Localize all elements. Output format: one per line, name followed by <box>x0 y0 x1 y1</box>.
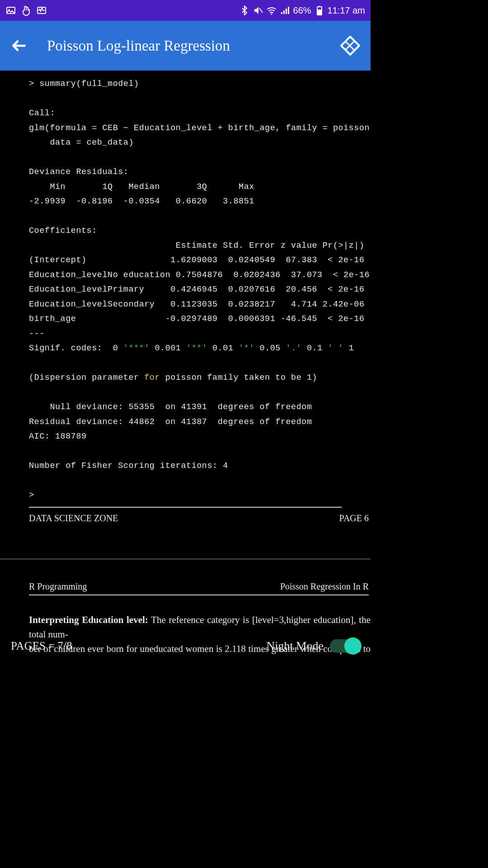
svg-point-4 <box>271 14 272 15</box>
page7-header: R Programming Poisson Regression In R <box>0 560 371 594</box>
arrow-left-icon <box>10 37 28 54</box>
header-right: Poisson Regression In R <box>280 581 369 592</box>
page6-footer: DATA SCIENCE ZONE PAGE 6 <box>0 508 371 524</box>
page-title: Poisson Log-linear Regression <box>47 38 230 54</box>
activity-icon <box>36 5 47 16</box>
signal-icon <box>280 5 291 16</box>
mute-icon <box>253 5 263 16</box>
r-output-block: > summary(full_model) Call: glm(formula … <box>0 77 371 503</box>
app-bar: Poisson Log-linear Regression <box>0 21 371 71</box>
hand-icon <box>21 5 32 16</box>
status-right-group: 66% 11:17 am <box>239 5 365 16</box>
battery-pct: 66% <box>293 5 311 16</box>
rotate-icon <box>339 35 361 57</box>
body-paragraph: Interpreting Education level: The refere… <box>0 595 371 657</box>
svg-rect-6 <box>319 6 320 7</box>
page-break <box>0 532 371 560</box>
para-bold: Interpreting Education level: <box>29 614 148 625</box>
footer-left: DATA SCIENCE ZONE <box>29 513 118 524</box>
bluetooth-icon <box>239 5 250 16</box>
document-viewport[interactable]: > summary(full_model) Call: glm(formula … <box>0 71 371 656</box>
status-left-icons <box>5 5 47 16</box>
toggle-knob <box>344 637 361 655</box>
night-mode-toggle[interactable] <box>330 639 360 653</box>
rotate-button[interactable] <box>339 34 361 57</box>
clock-text: 11:17 am <box>328 5 365 16</box>
footer-right: PAGE 6 <box>339 513 369 524</box>
picture-icon <box>5 5 16 16</box>
svg-rect-7 <box>318 9 321 14</box>
back-button[interactable] <box>9 36 29 56</box>
wifi-icon <box>266 5 277 16</box>
header-left: R Programming <box>29 581 87 592</box>
battery-icon <box>314 5 325 16</box>
android-status-bar: 66% 11:17 am <box>0 0 371 21</box>
svg-line-3 <box>259 8 263 13</box>
